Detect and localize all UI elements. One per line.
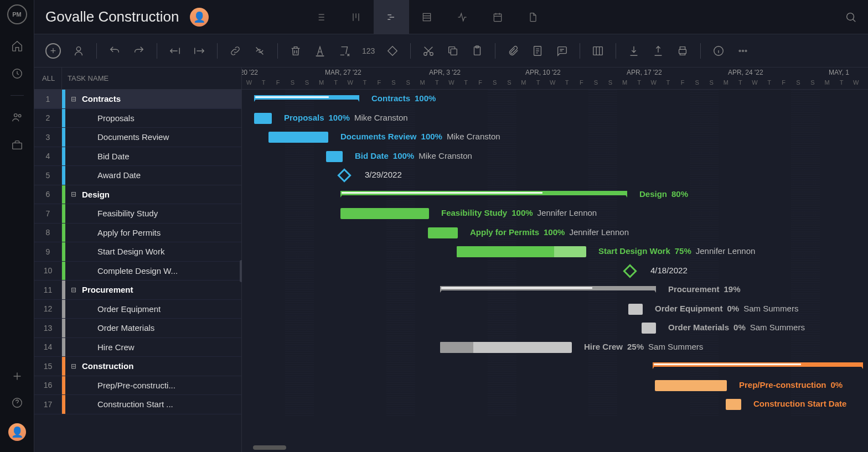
clear-format-icon[interactable] [338, 44, 351, 58]
app-logo[interactable]: PM [7, 4, 27, 24]
help-icon[interactable] [11, 397, 23, 409]
summary-bar[interactable] [440, 286, 656, 290]
task-row[interactable]: 5 Award Date [34, 166, 241, 185]
task-row[interactable]: 4 Bid Date [34, 147, 241, 167]
task-row[interactable]: 10 Complete Design W... [34, 262, 241, 281]
task-row[interactable]: 6 ⊟ Design [34, 185, 241, 205]
bar-label: Bid Date 100% Mike Cranston [355, 151, 472, 160]
task-row[interactable]: 9 Start Design Work [34, 242, 241, 262]
horizontal-scrollbar[interactable] [253, 445, 286, 450]
day-label: T [632, 79, 647, 86]
expand-toggle[interactable]: ⊟ [69, 95, 79, 103]
unlink-icon[interactable] [253, 44, 266, 58]
milestone-marker[interactable] [337, 168, 351, 182]
color-indicator [62, 300, 65, 319]
color-indicator [62, 357, 65, 376]
task-bar[interactable] [642, 323, 656, 334]
summary-bar[interactable] [653, 362, 863, 367]
add-icon[interactable] [11, 370, 23, 382]
paste-icon[interactable] [471, 44, 484, 58]
link-icon[interactable] [229, 44, 242, 58]
activity-view-tab[interactable] [445, 0, 480, 34]
notes-icon[interactable] [531, 44, 544, 58]
expand-toggle[interactable]: ⊟ [69, 286, 79, 294]
task-row[interactable]: 16 Prep/Pre-constructi... [34, 376, 241, 396]
task-bar[interactable] [726, 399, 741, 410]
task-row[interactable]: 3 Documents Review [34, 128, 241, 147]
diamond-icon[interactable] [386, 44, 399, 58]
more-icon[interactable] [736, 44, 750, 58]
summary-bar[interactable] [254, 95, 359, 100]
calendar-view-tab[interactable] [480, 0, 515, 34]
task-row[interactable]: 12 Order Equipment [34, 300, 241, 319]
redo-icon[interactable] [132, 44, 146, 58]
import-icon[interactable] [627, 44, 640, 58]
text-color-icon[interactable] [313, 44, 327, 58]
task-bar[interactable] [440, 342, 572, 353]
search-icon[interactable] [845, 11, 857, 23]
outdent-icon[interactable] [168, 44, 182, 58]
color-indicator [62, 319, 65, 337]
copy-icon[interactable] [446, 44, 459, 58]
day-label: T [358, 79, 372, 86]
user-avatar[interactable]: 👤 [8, 423, 26, 441]
file-view-tab[interactable] [515, 0, 551, 34]
task-row[interactable]: 17 Construction Start ... [34, 395, 241, 414]
gantt-chart[interactable]: , 20 '22MAR, 27 '22APR, 3 '22APR, 10 '22… [242, 67, 868, 452]
svg-point-20 [745, 50, 747, 51]
columns-icon[interactable] [591, 44, 604, 58]
milestone-marker[interactable] [623, 264, 637, 278]
delete-icon[interactable] [289, 44, 302, 58]
info-icon[interactable] [712, 44, 725, 58]
col-header-all[interactable]: ALL [34, 67, 62, 89]
attachment-icon[interactable] [507, 44, 520, 58]
day-label: F [372, 79, 386, 86]
task-row[interactable]: 15 ⊟ Construction [34, 357, 241, 376]
cut-icon[interactable] [422, 44, 435, 58]
task-row[interactable]: 1 ⊟ Contracts [34, 90, 241, 109]
task-bar[interactable] [428, 227, 458, 238]
task-bar[interactable] [457, 246, 586, 257]
add-task-button[interactable]: + [45, 43, 61, 59]
task-bar[interactable] [326, 151, 343, 162]
print-icon[interactable] [676, 44, 689, 58]
gantt-view-tab[interactable] [374, 0, 409, 34]
milestone-label: 4/18/2022 [650, 266, 688, 275]
task-row[interactable]: 2 Proposals [34, 109, 241, 128]
board-view-tab[interactable] [338, 0, 374, 34]
task-row[interactable]: 11 ⊟ Procurement [34, 280, 241, 300]
indent-icon[interactable] [193, 44, 206, 58]
assign-icon[interactable] [72, 44, 85, 58]
task-row[interactable]: 8 Apply for Permits [34, 224, 241, 243]
briefcase-icon[interactable] [11, 139, 23, 151]
undo-icon[interactable] [108, 44, 121, 58]
sheet-view-tab[interactable] [409, 0, 445, 34]
week-label: APR, 3 '22 [429, 69, 461, 76]
task-bar[interactable] [628, 304, 643, 315]
project-avatar[interactable]: 👤 [190, 8, 209, 27]
task-bar[interactable] [340, 208, 429, 219]
color-indicator [62, 109, 65, 128]
team-icon[interactable] [11, 111, 23, 123]
task-bar[interactable] [254, 113, 272, 124]
task-bar[interactable] [268, 132, 328, 143]
task-bar[interactable] [655, 380, 727, 391]
project-title: Govalle Construction [45, 8, 179, 25]
summary-bar[interactable] [340, 191, 627, 195]
home-icon[interactable] [11, 40, 23, 52]
task-row[interactable]: 14 Hire Crew [34, 338, 241, 357]
task-name: Apply for Permits [79, 228, 241, 237]
svg-rect-16 [679, 49, 686, 53]
task-name: Design [79, 190, 241, 199]
task-row[interactable]: 13 Order Materials [34, 319, 241, 338]
clock-icon[interactable] [11, 67, 23, 80]
comment-icon[interactable] [555, 44, 569, 58]
task-row[interactable]: 7 Feasibility Study [34, 204, 241, 224]
col-header-name[interactable]: TASK NAME [62, 74, 241, 82]
expand-toggle[interactable]: ⊟ [69, 362, 79, 370]
expand-toggle[interactable]: ⊟ [69, 190, 79, 198]
svg-point-18 [739, 50, 741, 51]
svg-rect-11 [451, 49, 457, 55]
list-view-tab[interactable] [303, 0, 338, 34]
export-icon[interactable] [652, 44, 665, 58]
